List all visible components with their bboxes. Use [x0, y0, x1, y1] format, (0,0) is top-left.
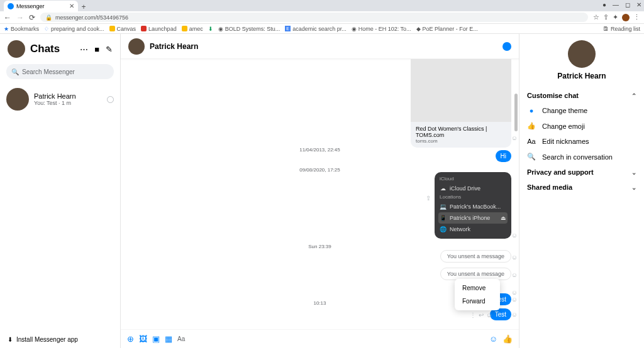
star-icon[interactable]: ☆	[593, 13, 599, 21]
bookmark[interactable]: ♢preparing and cook...	[44, 26, 104, 32]
link-preview-card[interactable]: Red Dot Women's Classics | TOMS.com toms…	[411, 59, 511, 148]
react-icon[interactable]: ☺	[511, 134, 518, 141]
contact-avatar[interactable]	[568, 40, 596, 68]
url-text: messenger.com/t/534496756	[55, 14, 128, 21]
minimize-icon[interactable]: —	[613, 1, 619, 8]
forward-button[interactable]: →	[16, 13, 24, 22]
emoji-icon[interactable]: ☺	[489, 334, 497, 344]
search-conversation-button[interactable]: 🔍Search in conversation	[527, 149, 636, 165]
bookmark[interactable]: Launchpad	[141, 26, 177, 32]
reading-list-button[interactable]: 🖺Reading list	[603, 26, 640, 32]
maximize-icon[interactable]: ◻	[625, 1, 630, 8]
browser-tab[interactable]: Messenger ✕	[4, 1, 78, 11]
chat-header: Patrick Hearn	[121, 34, 519, 59]
lock-icon: 🔒	[45, 14, 52, 21]
close-window-icon[interactable]: ✕	[636, 1, 641, 8]
contact-name: Patrick Hearn	[527, 72, 636, 80]
chevron-down-icon: ⌄	[631, 184, 636, 191]
link-title: Red Dot Women's Classics | TOMS.com	[416, 126, 506, 138]
header-avatar[interactable]	[128, 38, 145, 55]
bookmark[interactable]: amec	[182, 26, 203, 32]
download-icon: ⬇	[8, 336, 13, 343]
react-icon[interactable]: ☺	[511, 311, 518, 318]
timestamp: Sun 23:39	[121, 244, 519, 249]
react-icon[interactable]: ☺	[486, 312, 492, 318]
section-label: Locations	[438, 194, 508, 201]
image-icon[interactable]: 🖼	[139, 334, 147, 344]
bookmark[interactable]: ★Bookmarks	[4, 26, 39, 32]
window-controls: ● — ◻ ✕	[602, 1, 641, 8]
chevron-up-icon: ⌃	[631, 92, 636, 99]
bookmark[interactable]: ⬇	[208, 26, 213, 32]
bookmarks-bar: ★Bookmarks ♢preparing and cook... Canvas…	[0, 24, 644, 34]
unsent-message: You unsent a message	[440, 268, 511, 280]
remove-option[interactable]: Remove	[455, 281, 500, 295]
change-theme-button[interactable]: ●Change theme	[527, 103, 636, 118]
extensions-icon[interactable]: ✦	[613, 13, 618, 21]
self-avatar[interactable]	[8, 40, 25, 58]
messages-area[interactable]: Red Dot Women's Classics | TOMS.com toms…	[121, 59, 519, 329]
plus-icon[interactable]: ⊕	[127, 334, 134, 344]
like-icon[interactable]: 👍	[502, 334, 513, 344]
search-placeholder: Search Messenger	[22, 68, 75, 75]
message-bubble[interactable]: Hi	[496, 150, 511, 162]
location-item[interactable]: ☁iCloud Drive	[438, 183, 508, 194]
customise-section[interactable]: Customise chat⌃	[527, 88, 636, 103]
reply-icon[interactable]: ↩	[479, 312, 484, 318]
unsent-message: You unsent a message	[440, 250, 511, 263]
chat-options-icon[interactable]	[107, 96, 114, 103]
address-bar: ← → ⟳ 🔒 messenger.com/t/534496756 ☆ ⇪ ✦ …	[0, 11, 644, 24]
message-input[interactable]: Aa	[177, 335, 484, 342]
location-item[interactable]: 🌐Network	[438, 224, 508, 235]
emoji-icon: 👍	[527, 122, 536, 130]
shared-media-section[interactable]: Shared media⌄	[527, 180, 636, 195]
reload-button[interactable]: ⟳	[29, 13, 35, 22]
theme-icon: ●	[527, 107, 536, 114]
share-icon[interactable]: ⇪	[426, 195, 431, 202]
edit-nicknames-button[interactable]: AaEdit nicknames	[527, 134, 636, 149]
composer: ⊕ 🖼 ▣ ▦ Aa ☺ 👍	[121, 329, 519, 348]
bookmark[interactable]: ◉BOLD Systems: Stu...	[218, 26, 280, 32]
link-domain: toms.com	[416, 138, 506, 144]
url-input[interactable]: 🔒 messenger.com/t/534496756	[40, 13, 588, 22]
bookmark[interactable]: ◆PoE Planner - For E...	[416, 26, 478, 32]
sidebar-left: Chats ⋯ ■ ✎ 🔍 Search Messenger Patrick H…	[0, 34, 121, 348]
privacy-section[interactable]: Privacy and support⌄	[527, 165, 636, 180]
install-app-button[interactable]: ⬇ Install Messenger app	[0, 331, 120, 348]
chats-title: Chats	[30, 43, 75, 55]
change-emoji-button[interactable]: 👍Change emoji	[527, 118, 636, 134]
react-icon[interactable]: ☺	[511, 296, 518, 303]
message-actions: ⋮ ↩ ☺	[470, 312, 492, 318]
message-context-menu: Remove Forward	[455, 279, 500, 310]
more-icon[interactable]: ⋯	[80, 45, 88, 54]
bookmark[interactable]: Canvas	[109, 26, 136, 32]
react-icon[interactable]: ☺	[511, 254, 518, 261]
menu-icon[interactable]: ⋮	[633, 13, 640, 21]
new-tab-button[interactable]: +	[78, 3, 89, 11]
react-icon[interactable]: ☺	[511, 232, 518, 239]
compose-icon[interactable]: ✎	[106, 45, 113, 54]
location-item[interactable]: 📱Patrick's iPhone⏏	[438, 212, 508, 224]
profile-avatar[interactable]	[622, 14, 630, 21]
share-addr-icon[interactable]: ⇪	[603, 13, 609, 21]
bookmark[interactable]: Eacademic search pr...	[285, 26, 347, 32]
attachment-card[interactable]: ⇪ iCloud ☁iCloud Drive Locations 💻Patric…	[435, 172, 511, 239]
location-item[interactable]: 💻Patrick's MacBook...	[438, 201, 508, 212]
info-icon[interactable]	[502, 42, 511, 51]
section-label: iCloud	[438, 176, 508, 183]
chat-name: Patrick Hearn	[34, 92, 102, 100]
search-input[interactable]: 🔍 Search Messenger	[6, 64, 114, 79]
video-icon[interactable]: ■	[94, 45, 99, 54]
gif-icon[interactable]: ▦	[165, 334, 172, 344]
back-button[interactable]: ←	[4, 13, 11, 22]
bookmark[interactable]: ◉Home - EH 102: To...	[352, 26, 411, 32]
header-name[interactable]: Patrick Hearn	[150, 42, 497, 51]
close-tab-icon[interactable]: ✕	[69, 3, 74, 9]
chat-list-item[interactable]: Patrick Hearn You: Test · 1 m	[0, 84, 120, 114]
record-icon[interactable]: ●	[602, 1, 606, 8]
react-icon[interactable]: ☺	[511, 271, 518, 278]
forward-option[interactable]: Forward	[455, 295, 500, 308]
react-icon[interactable]: ☺	[511, 289, 518, 296]
more-icon[interactable]: ⋮	[470, 312, 476, 318]
sticker-icon[interactable]: ▣	[152, 334, 160, 344]
